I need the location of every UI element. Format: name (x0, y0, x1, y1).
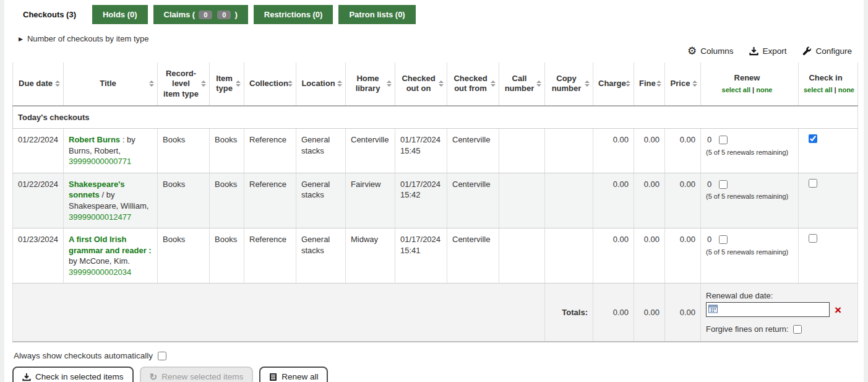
checkin-checkbox[interactable] (809, 134, 817, 143)
col-header-home-library[interactable]: Home library (346, 63, 395, 106)
barcode-link[interactable]: 39999000000771 (69, 156, 131, 167)
col-header-copy-number[interactable]: Copy number (545, 63, 593, 106)
group-header-todays-checkouts: Today's checkouts (13, 106, 858, 129)
sort-icon (387, 80, 392, 87)
col-header-collection[interactable]: Collection (244, 63, 296, 106)
tab-checkouts-label: Checkouts (3) (23, 10, 76, 19)
checkin-checkbox[interactable] (809, 234, 817, 243)
cell-fine: 0.00 (634, 173, 665, 228)
cell-fine: 0.00 (634, 228, 665, 284)
cell-checked-out-on: 01/17/2024 15:45 (395, 129, 447, 173)
tab-claims[interactable]: Claims ( 0 0 ) (153, 5, 248, 24)
tab-holds[interactable]: Holds (0) (92, 5, 148, 24)
cell-checked-out-from: Centerville (447, 129, 499, 173)
sort-icon (149, 80, 154, 87)
title-link[interactable]: Robert Burns (69, 135, 120, 144)
renewal-due-date-input[interactable] (706, 302, 830, 317)
cell-title: Shakespeare's sonnets / by Shakespeare, … (64, 173, 158, 228)
cell-due-date: 01/22/2024 (13, 173, 64, 228)
download-icon (749, 46, 758, 56)
cell-collection: Reference (244, 129, 296, 173)
tab-checkouts[interactable]: Checkouts (3) (12, 5, 87, 24)
renew-checkbox[interactable] (719, 180, 728, 189)
col-header-due-date[interactable]: Due date (13, 63, 64, 106)
checkin-checkbox[interactable] (809, 179, 817, 188)
checkin-select-all-link[interactable]: select all (804, 86, 832, 93)
col-header-checked-out-from[interactable]: Checked out from (447, 63, 499, 106)
cell-location: General stacks (296, 228, 346, 284)
cell-charge: 0.00 (593, 228, 634, 284)
cell-check-in (799, 129, 858, 173)
sort-icon (337, 80, 342, 87)
col-header-checked-out-on[interactable]: Checked out on (395, 63, 447, 106)
cell-home-library: Midway (346, 228, 395, 284)
checkin-selected-button[interactable]: Check in selected items (12, 367, 134, 382)
col-header-fine[interactable]: Fine (634, 63, 665, 106)
tab-restrictions[interactable]: Restrictions (0) (254, 5, 333, 24)
cell-checked-out-from: Centerville (447, 173, 499, 228)
renew-checkbox[interactable] (719, 136, 728, 144)
configure-button-label: Configure (815, 46, 852, 56)
always-show-checkbox[interactable] (158, 352, 166, 360)
col-header-call-number[interactable]: Call number (499, 63, 545, 106)
cell-checked-out-on: 01/17/2024 15:41 (395, 228, 447, 284)
barcode-link[interactable]: 39999000012477 (69, 212, 131, 223)
cell-charge: 0.00 (593, 173, 634, 228)
checkin-select-none-link[interactable]: none (838, 86, 854, 93)
renewals-remaining-note: (5 of 5 renewals remaining) (706, 192, 793, 201)
cell-price: 0.00 (665, 228, 701, 284)
title-link[interactable]: A first Old Irish grammar and reader : (69, 235, 152, 255)
renew-select-none-link[interactable]: none (756, 86, 772, 93)
barcode-link[interactable]: 39999000002034 (69, 267, 131, 278)
renew-select-all-link[interactable]: select all (722, 86, 750, 93)
action-buttons: Check in selected items ↻ Renew selected… (12, 367, 856, 382)
columns-button[interactable]: ⚙ Columns (687, 46, 734, 56)
export-button[interactable]: Export (749, 46, 786, 56)
sort-icon (201, 80, 206, 87)
forgive-fines-checkbox[interactable] (793, 325, 802, 334)
configure-button[interactable]: Configure (802, 46, 852, 56)
author-text: by McCone, Kim. (69, 256, 130, 266)
cell-location: General stacks (296, 129, 346, 173)
renewal-controls-cell: Renewal due date: × Forgive fines on ret… (701, 284, 858, 342)
renew-all-button[interactable]: Renew all (259, 367, 328, 382)
col-header-record-level-item-type[interactable]: Record-level item type (158, 63, 210, 106)
renew-count: 0 (707, 134, 711, 145)
col-header-item-type[interactable]: Item type (210, 63, 244, 106)
cell-fine: 0.00 (634, 129, 665, 173)
cell-title: Robert Burns : by Burns, Robert, 3999900… (64, 129, 158, 173)
renew-checkbox[interactable] (719, 235, 728, 244)
forgive-fines-label: Forgive fines on return: (706, 324, 789, 334)
renew-count: 0 (707, 234, 711, 245)
checkouts-page: Checkouts (3) Holds (0) Claims ( 0 0 ) R… (4, 0, 864, 382)
cell-record-item-type: Books (158, 228, 210, 284)
col-header-title[interactable]: Title (64, 63, 158, 106)
totals-row: Totals: 0.00 0.00 0.00 Renewal due date:… (13, 284, 858, 342)
sort-icon (439, 80, 444, 87)
always-show-label: Always show checkouts automatically (14, 351, 153, 360)
col-header-price[interactable]: Price (665, 63, 701, 106)
checkouts-by-itemtype-toggle[interactable]: ▶ Number of checkouts by item type (19, 34, 854, 43)
renew-selected-button[interactable]: ↻ Renew selected items (140, 367, 254, 382)
cell-due-date: 01/23/2024 (13, 228, 64, 284)
renew-icon: ↻ (150, 372, 158, 381)
sort-icon (585, 80, 590, 87)
cell-check-in (799, 173, 858, 228)
col-header-charge[interactable]: Charge (593, 63, 634, 106)
renewal-due-date-label: Renewal due date: (706, 291, 853, 300)
cell-record-item-type: Books (158, 173, 210, 228)
tab-patron-lists[interactable]: Patron lists (0) (338, 5, 415, 24)
export-button-label: Export (762, 46, 786, 56)
sort-icon (536, 80, 541, 87)
cell-home-library: Centerville (346, 129, 395, 173)
clear-date-icon[interactable]: × (835, 304, 841, 316)
table-header-row: Due date Title Record-level item type It… (13, 63, 858, 106)
patron-tabs: Checkouts (3) Holds (0) Claims ( 0 0 ) R… (12, 5, 856, 24)
totals-label: Totals: (545, 284, 593, 342)
cell-renew: 0 (5 of 5 renewals remaining) (701, 228, 799, 284)
col-header-location[interactable]: Location (296, 63, 346, 106)
sort-icon (55, 80, 60, 87)
sort-icon (288, 80, 293, 87)
title-link[interactable]: Shakespeare's sonnets (69, 180, 125, 200)
sort-icon (692, 80, 697, 87)
